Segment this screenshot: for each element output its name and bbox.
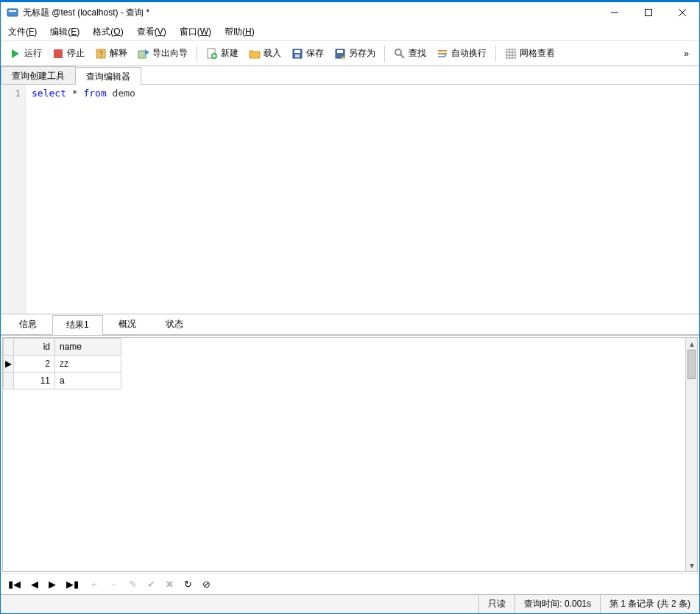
- nav-commit[interactable]: ✔: [146, 579, 157, 590]
- tab-query-builder[interactable]: 查询创建工具: [1, 66, 76, 84]
- row-marker: [4, 373, 14, 389]
- nav-prev[interactable]: ◀: [29, 579, 40, 590]
- current-row-marker: ▶: [4, 356, 14, 373]
- export-button[interactable]: 导出向导: [133, 46, 192, 61]
- scroll-up-icon[interactable]: ▴: [686, 338, 697, 350]
- gridview-button[interactable]: 网格查看: [501, 46, 559, 61]
- table-row[interactable]: ▶ 2 zz: [4, 356, 121, 373]
- status-bar: 只读 查询时间: 0.001s 第 1 条记录 (共 2 条): [1, 594, 699, 613]
- tab-info[interactable]: 信息: [5, 314, 51, 334]
- wrap-button[interactable]: 自动换行: [432, 46, 491, 61]
- editor-tab-bar: 查询创建工具 查询编辑器: [1, 66, 699, 85]
- separator: [495, 46, 496, 62]
- minimize-button[interactable]: [598, 2, 632, 23]
- nav-delete[interactable]: －: [107, 578, 120, 591]
- run-button[interactable]: 运行: [5, 46, 46, 61]
- scroll-thumb[interactable]: [687, 350, 696, 379]
- cell-id[interactable]: 11: [14, 373, 55, 389]
- vertical-scrollbar[interactable]: ▴ ▾: [685, 338, 697, 571]
- menu-edit[interactable]: 编辑(E): [49, 24, 81, 40]
- wrap-icon: [436, 48, 448, 60]
- svg-point-22: [395, 49, 401, 55]
- find-button[interactable]: 查找: [389, 46, 431, 61]
- menu-window[interactable]: 窗口(W): [178, 24, 213, 40]
- tab-result1[interactable]: 结果1: [52, 315, 103, 335]
- menu-help[interactable]: 帮助(H): [223, 24, 256, 40]
- nav-edit[interactable]: ✎: [127, 579, 138, 590]
- window-title: 无标题 @test (localhost) - 查询 *: [23, 7, 598, 19]
- saveas-icon: [334, 48, 346, 60]
- svg-rect-26: [506, 49, 515, 58]
- maximize-button[interactable]: [632, 2, 665, 23]
- line-gutter: 1: [1, 85, 26, 314]
- table-row[interactable]: 11 a: [4, 373, 121, 389]
- column-header-name[interactable]: name: [55, 339, 121, 356]
- nav-cancel[interactable]: ✖: [164, 579, 175, 590]
- menu-file[interactable]: 文件(F): [7, 24, 38, 40]
- nav-first[interactable]: ▮◀: [7, 579, 22, 590]
- result-grid-scroll[interactable]: id name ▶ 2 zz 11 a: [3, 338, 685, 571]
- nav-add[interactable]: ＋: [88, 578, 100, 591]
- cell-name[interactable]: a: [55, 373, 121, 389]
- row-marker-header[interactable]: [4, 339, 14, 356]
- status-query-time: 查询时间: 0.001s: [515, 595, 600, 613]
- scroll-down-icon[interactable]: ▾: [686, 560, 697, 571]
- svg-rect-20: [337, 50, 343, 53]
- status-record-count: 第 1 条记录 (共 2 条): [600, 595, 699, 613]
- new-button[interactable]: 新建: [202, 46, 243, 61]
- record-nav-toolbar: ▮◀ ◀ ▶ ▶▮ ＋ － ✎ ✔ ✖ ↻ ⊘: [1, 574, 699, 594]
- saveas-button[interactable]: 另存为: [330, 46, 380, 61]
- svg-rect-0: [7, 9, 18, 16]
- sql-code[interactable]: select * from demo: [26, 85, 699, 314]
- svg-rect-17: [294, 50, 300, 53]
- stop-button[interactable]: 停止: [48, 46, 89, 61]
- column-header-id[interactable]: id: [14, 339, 55, 356]
- menu-view[interactable]: 查看(V): [135, 24, 168, 40]
- folder-open-icon: [249, 48, 261, 60]
- status-readonly: 只读: [478, 595, 515, 613]
- svg-rect-7: [54, 49, 63, 58]
- svg-rect-3: [646, 10, 652, 16]
- title-bar: 无标题 @test (localhost) - 查询 *: [1, 1, 699, 23]
- export-icon: [138, 48, 149, 60]
- explain-button[interactable]: ? 解释: [91, 46, 132, 61]
- svg-text:?: ?: [99, 50, 103, 58]
- window-controls: [598, 2, 699, 23]
- main-toolbar: 运行 停止 ? 解释 导出向导 新建 载入 保存 另存为: [1, 40, 699, 66]
- menu-bar: 文件(F) 编辑(E) 格式(O) 查看(V) 窗口(W) 帮助(H): [1, 23, 699, 40]
- svg-marker-6: [12, 49, 19, 58]
- load-button[interactable]: 载入: [244, 46, 286, 61]
- explain-icon: ?: [95, 48, 107, 60]
- play-icon: [10, 48, 21, 60]
- tab-status[interactable]: 状态: [152, 314, 197, 334]
- save-button[interactable]: 保存: [287, 46, 328, 61]
- result-grid[interactable]: id name ▶ 2 zz 11 a: [3, 338, 121, 389]
- cell-name[interactable]: zz: [55, 356, 121, 373]
- tab-query-editor[interactable]: 查询编辑器: [75, 67, 141, 85]
- grid-icon: [505, 48, 517, 60]
- separator: [197, 46, 197, 62]
- svg-marker-11: [145, 49, 149, 55]
- svg-line-23: [400, 54, 404, 58]
- result-grid-panel: id name ▶ 2 zz 11 a: [1, 335, 699, 594]
- separator: [384, 46, 385, 62]
- nav-next[interactable]: ▶: [47, 579, 57, 590]
- toolbar-overflow[interactable]: »: [678, 49, 695, 59]
- svg-rect-10: [138, 51, 146, 58]
- tab-profile[interactable]: 概况: [105, 314, 150, 334]
- nav-refresh[interactable]: ↻: [183, 579, 194, 590]
- app-icon: [7, 7, 18, 18]
- menu-format[interactable]: 格式(O): [91, 24, 124, 40]
- sql-editor[interactable]: 1 select * from demo: [1, 85, 699, 314]
- svg-rect-18: [295, 54, 300, 57]
- cell-id[interactable]: 2: [14, 356, 55, 373]
- stop-icon: [52, 48, 64, 60]
- nav-last[interactable]: ▶▮: [65, 579, 80, 590]
- search-icon: [394, 48, 406, 60]
- close-button[interactable]: [665, 2, 699, 23]
- new-icon: [206, 48, 218, 60]
- svg-rect-1: [9, 10, 16, 12]
- nav-stop[interactable]: ⊘: [201, 579, 212, 590]
- result-tab-bar: 信息 结果1 概况 状态: [1, 314, 699, 335]
- save-icon: [291, 48, 303, 60]
